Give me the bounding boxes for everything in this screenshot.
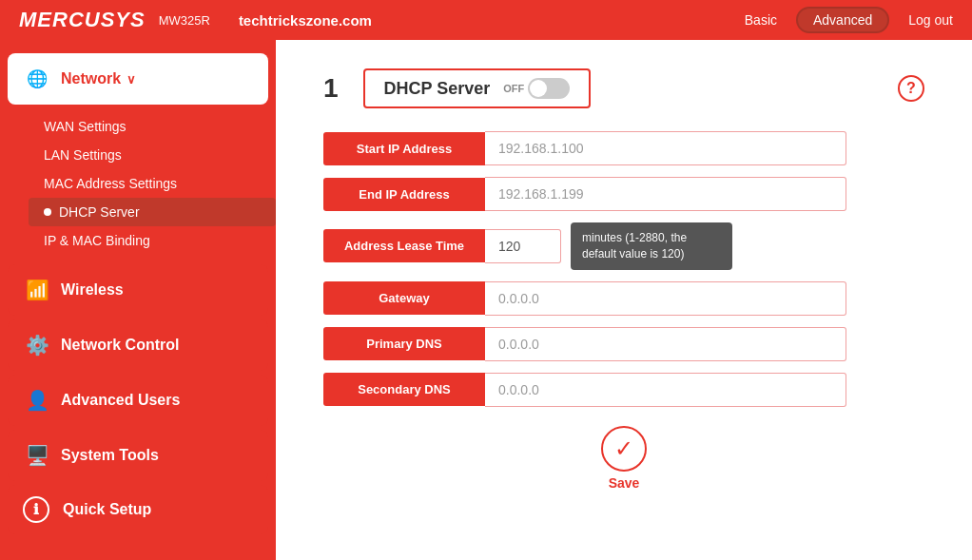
sidebar-item-network[interactable]: 🌐 Network ∨: [8, 53, 268, 105]
input-primary-dns[interactable]: [485, 327, 846, 361]
label-gateway: Gateway: [323, 281, 485, 315]
input-secondary-dns[interactable]: [485, 373, 846, 407]
toggle-container: OFF: [503, 78, 570, 99]
input-end-ip[interactable]: [485, 177, 846, 211]
wireless-icon: 📶: [23, 276, 51, 304]
save-label: Save: [609, 475, 640, 491]
save-button[interactable]: ✓: [601, 426, 647, 472]
input-start-ip[interactable]: [485, 131, 846, 165]
input-lease-time[interactable]: [485, 229, 561, 263]
system-tools-icon: 🖥️: [23, 441, 51, 470]
form-row-secondary-dns: Secondary DNS: [323, 373, 924, 407]
logo-area: MERCUSYS MW325R: [19, 8, 210, 32]
dhcp-header: 1 DHCP Server OFF ?: [323, 68, 924, 108]
sidebar-sub-wan[interactable]: WAN Settings: [29, 112, 276, 141]
label-end-ip: End IP Address: [323, 178, 485, 211]
step-number: 1: [323, 73, 339, 104]
network-icon: 🌐: [23, 65, 51, 93]
form-row-end-ip: End IP Address: [323, 177, 924, 211]
nav-basic[interactable]: Basic: [745, 12, 777, 28]
sidebar-item-wireless[interactable]: 📶 Wireless: [8, 264, 268, 316]
label-lease-time: Address Lease Time: [323, 229, 485, 262]
sidebar-system-tools-label: System Tools: [61, 447, 159, 464]
content-area: 1 DHCP Server OFF ? Start IP Address End…: [276, 40, 972, 560]
quick-setup-icon: ℹ: [23, 496, 49, 523]
save-check-icon: ✓: [614, 435, 633, 462]
nav-advanced[interactable]: Advanced: [796, 7, 889, 33]
form-row-gateway: Gateway: [323, 281, 924, 316]
dhcp-title-box: DHCP Server OFF: [363, 68, 592, 108]
sidebar-sub-ipmac-label: IP & MAC Binding: [44, 233, 150, 248]
toggle-off-label: OFF: [503, 83, 524, 94]
logo-text: MERCUSYS: [19, 8, 146, 32]
sidebar-sub-dhcp[interactable]: DHCP Server: [29, 198, 276, 226]
sidebar-quick-setup-label: Quick Setup: [63, 501, 151, 518]
sidebar-sub-ipmac[interactable]: IP & MAC Binding: [29, 226, 276, 255]
network-arrow: ∨: [126, 72, 136, 87]
sidebar-wireless-label: Wireless: [61, 281, 124, 299]
sidebar: 🌐 Network ∨ WAN Settings LAN Settings MA…: [0, 40, 276, 560]
sidebar-network-label: Network: [61, 70, 121, 87]
network-control-icon: ⚙️: [23, 331, 51, 359]
sidebar-sub-mac[interactable]: MAC Address Settings: [29, 169, 276, 198]
network-sub-items: WAN Settings LAN Settings MAC Address Se…: [0, 108, 276, 259]
sidebar-sub-wan-label: WAN Settings: [44, 119, 126, 134]
sidebar-sub-lan[interactable]: LAN Settings: [29, 141, 276, 169]
model-text: MW325R: [159, 13, 210, 28]
toggle-knob: [530, 80, 547, 97]
dhcp-toggle[interactable]: [528, 78, 570, 99]
sidebar-network-control-label: Network Control: [61, 337, 179, 354]
help-icon[interactable]: ?: [898, 75, 924, 102]
form-row-primary-dns: Primary DNS: [323, 327, 924, 361]
label-start-ip: Start IP Address: [323, 132, 485, 165]
form-row-lease-time: Address Lease Time minutes (1-2880, the …: [323, 222, 924, 270]
main-layout: 🌐 Network ∨ WAN Settings LAN Settings MA…: [0, 40, 972, 560]
input-gateway[interactable]: [485, 281, 846, 316]
sidebar-sub-dhcp-label: DHCP Server: [59, 204, 140, 220]
network-section: 🌐 Network ∨ WAN Settings LAN Settings MA…: [0, 53, 276, 259]
sidebar-sub-lan-label: LAN Settings: [44, 147, 122, 163]
lease-time-tooltip: minutes (1-2880, the default value is 12…: [571, 222, 732, 270]
sidebar-item-network-control[interactable]: ⚙️ Network Control: [8, 319, 268, 371]
sidebar-item-advanced-users[interactable]: 👤 Advanced Users: [8, 375, 268, 426]
header-nav: Basic Advanced Log out: [745, 7, 953, 33]
save-container: ✓ Save: [323, 426, 924, 491]
sidebar-item-quick-setup[interactable]: ℹ Quick Setup: [8, 485, 268, 534]
label-primary-dns: Primary DNS: [323, 327, 485, 360]
nav-logout[interactable]: Log out: [908, 12, 953, 28]
label-secondary-dns: Secondary DNS: [323, 373, 485, 406]
form-row-start-ip: Start IP Address: [323, 131, 924, 165]
sidebar-item-system-tools[interactable]: 🖥️ System Tools: [8, 430, 268, 481]
sidebar-advanced-users-label: Advanced Users: [61, 392, 180, 409]
sidebar-sub-mac-label: MAC Address Settings: [44, 176, 177, 191]
active-dot: [44, 208, 51, 216]
site-name: techtrickszone.com: [239, 12, 372, 29]
header: MERCUSYS MW325R techtrickszone.com Basic…: [0, 0, 972, 40]
advanced-users-icon: 👤: [23, 386, 51, 415]
dhcp-title: DHCP Server: [384, 79, 491, 99]
